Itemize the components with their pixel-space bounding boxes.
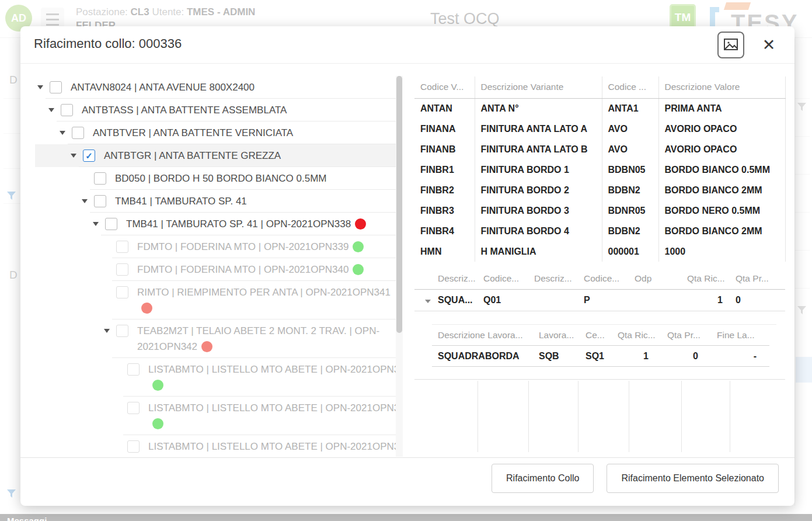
arrow-spacer [102,281,112,290]
rifacimento-elemento-button[interactable]: Rifacimento Elemento Selezionato [607,464,779,493]
expand-arrow-icon[interactable] [79,190,90,203]
grid-column-line [730,381,730,452]
dialog-footer: Rifacimento Collo Rifacimento Elemento S… [492,464,779,493]
tree-item[interactable]: LISTABMTO | LISTELLO MTO ABETE | OPN-202… [35,358,396,397]
arrow-spacer [113,397,123,406]
tree-item[interactable]: TEAB2M2T | TELAIO ABETE 2 MONT. 2 TRAV. … [35,319,396,358]
row-expand-arrow-icon[interactable] [414,289,432,311]
column-header: Codice... [478,269,528,289]
cell: 000001 [602,241,658,262]
tree-item-label: FDMTO | FODERINA MTO | OPN-2021OPN340 [137,264,349,275]
tree-checkbox[interactable] [116,325,128,337]
tree-item-label: TMB41 | TAMBURATO SP. 41 | OPN-2021OPN33… [126,218,351,230]
expand-arrow-icon[interactable] [68,144,79,158]
column-header: Codice... [578,269,629,289]
tree-scrollbar[interactable] [396,76,403,457]
cell [528,289,578,311]
tree-checkbox[interactable] [127,402,140,414]
table-row[interactable]: SQUA...Q01P10 [414,289,785,311]
cell: FINITURA BORDO 3 [475,200,602,221]
tree-item[interactable]: BD050 | BORDO H 50 BORDO BIANCO 0.5MM [35,167,396,190]
arrow-spacer [102,235,112,245]
tree-item[interactable]: TMB41 | TAMBURATO SP. 41 [35,190,396,213]
tree-item[interactable]: ANTBTVER | ANTA BATTENTE VERNICIATA [35,121,396,144]
expand-arrow-icon[interactable] [57,121,68,135]
cell: FINITURA BORDO 4 [475,221,602,241]
tree-checkbox[interactable] [94,195,106,207]
cell: Q01 [478,289,528,311]
cell: 0 [730,289,785,311]
cell: FINITURA ANTA LATO B [475,139,602,159]
tree-checkbox[interactable] [105,218,117,230]
cell: FINITURA BORDO 1 [475,159,602,180]
cell: BORDO NERO 0.5MM [658,200,785,221]
tree-item[interactable]: FDMTO | FODERINA MTO | OPN-2021OPN339 [35,235,396,258]
status-dot-icon [355,218,366,230]
status-dot-icon [152,418,163,429]
cell: ANTA N° [475,98,602,119]
tree-checkbox[interactable] [72,127,84,139]
expand-arrow-icon[interactable] [90,213,101,226]
column-header: Ce... [580,326,612,346]
tree-item[interactable]: ANTAVN8024 | ANTA AVENUE 800X2400 [35,76,396,99]
image-preview-button[interactable] [717,32,744,58]
cell: ANTAN [414,98,475,119]
status-dot-icon [353,241,364,252]
arrow-spacer [113,435,123,444]
tree-checkbox[interactable]: ✓ [83,150,95,162]
cell: PRIMA ANTA [658,98,785,119]
status-dot-icon [353,264,364,275]
cell: FINBR4 [414,221,475,241]
tree-item[interactable]: RIMTO | RIEMPIMENTO PER ANTA | OPN-2021O… [35,281,396,319]
arrow-spacer [79,167,90,176]
tree-checkbox[interactable] [61,104,73,116]
tree-checkbox[interactable] [116,241,128,253]
tree-item[interactable]: FDMTO | FODERINA MTO | OPN-2021OPN340 [35,258,396,281]
tree-item[interactable]: ✓ANTBTGR | ANTA BATTENTE GREZZA [35,144,396,167]
cell: SQ1 [580,346,612,367]
cell: FINITURA BORDO 2 [475,180,602,200]
tree-item[interactable]: TMB41 | TAMBURATO SP. 41 | OPN-2021OPN33… [35,213,396,235]
lavorazioni-block: Descrizione Lavora...Lavora...Ce...Qta R… [432,324,776,367]
tree-checkbox[interactable] [116,263,128,276]
rifacimento-dialog: Rifacimento collo: 000336 ✕ ANTAVN8024 |… [20,26,794,506]
status-dot-icon [201,341,212,352]
cell: AVORIO OPACO [658,119,785,139]
rifacimento-collo-button[interactable]: Rifacimento Collo [492,464,594,493]
column-header: Qta Ric... [612,326,661,346]
cell: H MANIGLIA [475,241,602,262]
grid-column-line [478,381,478,452]
cell: AVO [602,139,658,159]
detail-panel: Codice V...Descrizione VarianteCodice ..… [414,77,785,452]
cell: 1 [681,289,730,311]
tree-checkbox[interactable] [116,286,128,298]
close-icon[interactable]: ✕ [758,33,779,57]
tree-checkbox[interactable] [50,81,62,93]
tree-item-label: BD050 | BORDO H 50 BORDO BIANCO 0.5MM [115,173,326,184]
table-header-row: Descriz...Codice...Descriz...Codice...Od… [414,269,785,289]
tree-scrollbar-thumb[interactable] [396,76,402,333]
column-header: Descrizione Lavora... [432,326,533,346]
tree-checkbox[interactable] [127,363,140,376]
table-row: FINBR4FINITURA BORDO 4BDBN2BORDO BIANCO … [414,221,785,241]
tree-item[interactable]: LISTABMTO | LISTELLO MTO ABETE | OPN-202… [35,435,396,457]
table-row: SQUADRABORDASQBSQ110- [432,346,769,367]
tree-checkbox[interactable] [94,172,106,185]
expand-arrow-icon[interactable] [35,76,46,89]
tree-item[interactable]: LISTABMTO | LISTELLO MTO ABETE | OPN-202… [35,397,396,435]
tree-checkbox[interactable] [127,440,140,453]
variants-table: Codice V...Descrizione VarianteCodice ..… [414,77,786,262]
tree-item-label: LISTABMTO | LISTELLO MTO ABETE | OPN-202… [148,441,396,452]
table-header-row: Codice V...Descrizione VarianteCodice ..… [414,77,785,98]
expand-arrow-icon[interactable] [46,99,57,112]
tree-item-label: ANTBTGR | ANTA BATTENTE GREZZA [104,150,281,161]
tree-item-label: ANTBTASS | ANTA BATTENTE ASSEMBLATA [82,105,287,116]
tree-item-label: RIMTO | RIEMPIMENTO PER ANTA | OPN-2021O… [137,287,391,298]
cell: BDBN2 [602,180,658,200]
cell: P [578,289,629,311]
cell: HMN [414,241,475,262]
table-row: FINBR3FINITURA BORDO 3BDNR05BORDO NERO 0… [414,200,785,221]
expand-arrow-icon[interactable] [102,319,112,333]
tree-item[interactable]: ANTBTASS | ANTA BATTENTE ASSEMBLATA [35,99,396,121]
table-row: FINBR2FINITURA BORDO 2BDBN2BORDO BIANCO … [414,180,785,200]
